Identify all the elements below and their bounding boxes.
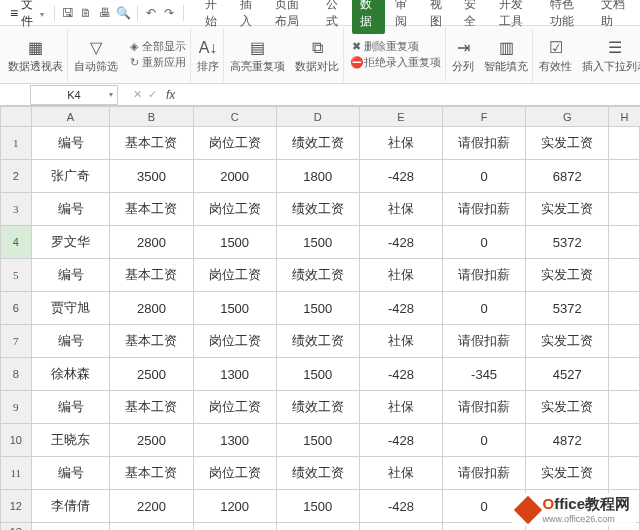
print-icon[interactable]: 🖶 [98, 4, 112, 22]
cell[interactable]: 请假扣薪 [443, 325, 526, 358]
row-header[interactable]: 13 [1, 523, 32, 531]
cell[interactable]: 0 [443, 226, 526, 259]
cell[interactable]: 实发工资 [526, 391, 609, 424]
cell[interactable]: 张广奇 [31, 160, 110, 193]
cell[interactable]: 请假扣薪 [443, 391, 526, 424]
row-header[interactable]: 5 [1, 259, 32, 292]
cell[interactable]: -428 [359, 160, 442, 193]
cell[interactable]: 编号 [31, 391, 110, 424]
cell[interactable]: 徐林森 [31, 358, 110, 391]
cell[interactable]: 贾守旭 [31, 292, 110, 325]
cell[interactable]: 1500 [276, 424, 359, 457]
cell[interactable]: 岗位工资 [193, 325, 276, 358]
splitcol-button[interactable]: ⇥ 分列 [448, 28, 478, 82]
cell[interactable]: 0 [443, 424, 526, 457]
cell[interactable]: 编号 [31, 193, 110, 226]
select-all-corner[interactable] [1, 107, 32, 127]
col-header[interactable]: E [359, 107, 442, 127]
reject-dup-button[interactable]: ⛔拒绝录入重复项 [350, 55, 441, 70]
cell[interactable]: 编号 [31, 325, 110, 358]
col-header[interactable]: H [609, 107, 640, 127]
cell[interactable]: 社保 [359, 457, 442, 490]
cell[interactable]: 2000 [193, 160, 276, 193]
cell[interactable]: 岗位工资 [193, 391, 276, 424]
cell[interactable]: 1300 [193, 424, 276, 457]
col-header[interactable]: B [110, 107, 193, 127]
cell[interactable]: -345 [443, 358, 526, 391]
cell[interactable]: 2500 [110, 358, 193, 391]
cell[interactable] [276, 523, 359, 531]
cell[interactable]: 绩效工资 [276, 193, 359, 226]
redo-icon[interactable]: ↷ [162, 4, 176, 22]
row-header[interactable]: 6 [1, 292, 32, 325]
smartfill-button[interactable]: ▥ 智能填充 [480, 28, 533, 82]
cell[interactable]: 绩效工资 [276, 457, 359, 490]
cell[interactable] [609, 424, 640, 457]
cell[interactable]: 3500 [110, 160, 193, 193]
cell[interactable]: 1500 [276, 226, 359, 259]
cell[interactable]: -428 [359, 490, 442, 523]
cell[interactable]: 1300 [193, 358, 276, 391]
row-header[interactable]: 10 [1, 424, 32, 457]
cell[interactable]: 罗文华 [31, 226, 110, 259]
cell[interactable] [609, 358, 640, 391]
cell[interactable]: 实发工资 [526, 457, 609, 490]
row-header[interactable]: 2 [1, 160, 32, 193]
cell[interactable]: 社保 [359, 127, 442, 160]
cell[interactable]: 实发工资 [526, 259, 609, 292]
cell[interactable] [609, 127, 640, 160]
cell[interactable]: 1200 [193, 490, 276, 523]
compare-button[interactable]: ⧉ 数据对比 [291, 28, 344, 82]
cell[interactable]: 岗位工资 [193, 193, 276, 226]
cell[interactable]: 请假扣薪 [443, 457, 526, 490]
cell[interactable]: 实发工资 [526, 193, 609, 226]
cell[interactable]: 社保 [359, 391, 442, 424]
highlight-dup-button[interactable]: ▤ 高亮重复项 [226, 28, 289, 82]
row-header[interactable]: 12 [1, 490, 32, 523]
undo-icon[interactable]: ↶ [144, 4, 158, 22]
cell[interactable]: 岗位工资 [193, 259, 276, 292]
cell[interactable]: 王晓东 [31, 424, 110, 457]
cell[interactable]: -428 [359, 424, 442, 457]
accept-icon[interactable]: ✓ [148, 88, 157, 101]
cell[interactable]: 1500 [276, 358, 359, 391]
cell[interactable]: 0 [443, 160, 526, 193]
fx-icon[interactable]: fx [166, 88, 175, 102]
col-header[interactable]: F [443, 107, 526, 127]
cell[interactable]: 4872 [526, 424, 609, 457]
cell[interactable]: 编号 [31, 457, 110, 490]
cell[interactable]: 请假扣薪 [443, 193, 526, 226]
file-menu[interactable]: 文件 [6, 0, 48, 30]
cell[interactable]: 绩效工资 [276, 325, 359, 358]
cell[interactable]: 编号 [31, 127, 110, 160]
cell[interactable]: 社保 [359, 259, 442, 292]
row-header[interactable]: 1 [1, 127, 32, 160]
cell[interactable]: -428 [359, 358, 442, 391]
cell[interactable] [609, 457, 640, 490]
cell[interactable]: 岗位工资 [193, 457, 276, 490]
cell[interactable]: 2800 [110, 292, 193, 325]
cell[interactable]: 1800 [276, 160, 359, 193]
grid-table[interactable]: A B C D E F G H 1编号基本工资岗位工资绩效工资社保请假扣薪实发工… [0, 106, 640, 530]
row-header[interactable]: 4 [1, 226, 32, 259]
save-as-icon[interactable]: 🗎 [79, 4, 93, 22]
col-header[interactable]: D [276, 107, 359, 127]
cell[interactable]: 基本工资 [110, 259, 193, 292]
col-header[interactable]: G [526, 107, 609, 127]
delete-dup-button[interactable]: ✖删除重复项 [350, 39, 441, 54]
cell[interactable]: 5372 [526, 292, 609, 325]
cell[interactable]: 基本工资 [110, 127, 193, 160]
reapply-button[interactable]: ↻重新应用 [128, 55, 186, 70]
cell[interactable]: 2800 [110, 226, 193, 259]
cell[interactable]: 基本工资 [110, 391, 193, 424]
name-box[interactable]: K4 [30, 85, 118, 105]
cell[interactable] [193, 523, 276, 531]
cell[interactable]: 岗位工资 [193, 127, 276, 160]
autofilter-button[interactable]: ▽ 自动筛选 [70, 28, 122, 82]
cell[interactable]: 1500 [193, 226, 276, 259]
cell[interactable]: 1500 [276, 490, 359, 523]
pivot-button[interactable]: ▦ 数据透视表 [4, 28, 68, 82]
sort-button[interactable]: A↓ 排序 [193, 28, 224, 82]
cell[interactable]: 绩效工资 [276, 391, 359, 424]
row-header[interactable]: 3 [1, 193, 32, 226]
